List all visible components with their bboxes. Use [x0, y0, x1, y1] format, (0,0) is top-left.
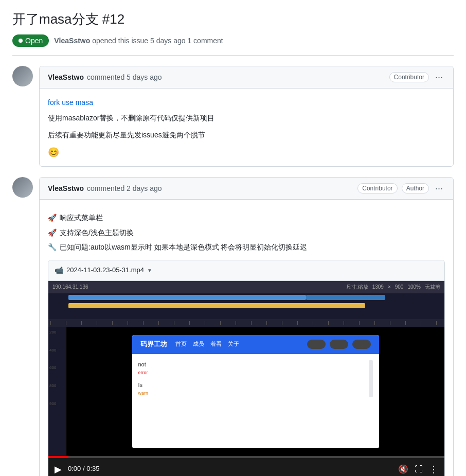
editor-height: 900 [395, 283, 404, 291]
play-button[interactable]: ▶ [55, 464, 62, 475]
warn-label: warn [138, 390, 364, 397]
sidebar-mark-3: 600 [49, 365, 65, 372]
more-options-btn-2[interactable]: ··· [433, 183, 445, 194]
bullet-list: 🚀 响应式菜单栏 🚀 支持深色/浅色主题切换 🔧 已知问题:auto以wasm显… [48, 212, 445, 253]
comment-action-2: commented [87, 184, 124, 192]
volume-button[interactable]: 🔇 [398, 464, 408, 474]
issue-meta-author: VleaSstwo [54, 37, 90, 45]
emoji-reactions-1: 😊 [48, 147, 445, 158]
dropdown-icon: ▼ [147, 267, 152, 275]
comment-header-left-1: VleaSstwo commented 5 days ago [48, 73, 162, 81]
contributor-badge-2: Contributor [357, 183, 397, 193]
contributor-badge-1: Contributor [389, 72, 429, 82]
nav-toggles [307, 340, 371, 349]
nav-item-home: 首页 [175, 340, 187, 349]
app-nav-items: 首页 成员 着看 关于 [175, 340, 239, 349]
comment-line-2: 后续有重要功能更新尽量先发issues避免两个脱节 [48, 129, 445, 140]
comment-line-1: 使用masablazor替换，不删除原有代码仅提供新项目 [48, 112, 445, 124]
video-player[interactable]: 190.164.31.136 尺寸:缩放 1309 × 900 100% 无裁剪 [48, 281, 444, 456]
sidebar-mark-5: 900 [49, 401, 65, 408]
editor-sidebar: 200 400 600 800 900 [48, 327, 66, 456]
comment-author-1: VleaSstwo [48, 73, 84, 81]
comment-body-2: 🚀 响应式菜单栏 🚀 支持深色/浅色主题切换 🔧 已知问题:auto以wasm显… [40, 200, 453, 476]
list-item-1: 🚀 响应式菜单栏 [48, 212, 445, 223]
error-label: error [138, 369, 364, 376]
app-preview: 码界工坊 首页 成员 着看 关于 [132, 335, 379, 448]
video-controls: ▶ 0:00 / 0:35 🔇 ⛶ ⋮ [48, 458, 444, 476]
timeline-bar-blue [68, 295, 306, 300]
app-nav: 码界工坊 首页 成员 着看 关于 [132, 335, 379, 354]
sidebar-mark-4: 800 [49, 383, 65, 390]
comment-row-2: VleaSstwo commented 2 days ago Contribut… [12, 177, 454, 476]
emoji-btn-1[interactable]: 😊 [48, 147, 59, 158]
more-controls-button[interactable]: ⋮ [429, 464, 438, 475]
toggle-3 [352, 340, 371, 349]
sidebar-mark-1: 200 [49, 329, 65, 336]
avatar-img-2 [12, 177, 33, 198]
app-logo: 码界工坊 [140, 339, 167, 350]
issue-meta: Open VleaSstwo opened this issue 5 days … [12, 34, 454, 56]
comment-time-1: commented 5 days ago [87, 73, 162, 81]
comment-header-1: VleaSstwo commented 5 days ago Contribut… [40, 66, 453, 89]
app-main-panel: not error Is warn [138, 360, 364, 397]
editor-dimension-label: 尺寸:缩放 [346, 283, 368, 291]
comment-time-val-2: 2 days ago [127, 184, 162, 192]
sidebar-mark-2: 400 [49, 347, 65, 354]
editor-width: 1309 [372, 283, 384, 291]
video-filename: 2024-11-03.23-05-31.mp4 [66, 265, 144, 276]
nav-item-about: 关于 [228, 340, 239, 349]
app-body: not error Is warn [132, 354, 379, 403]
comment-header-left-2: VleaSstwo commented 2 days ago [48, 184, 162, 192]
comment-time-val-1: 5 days ago [127, 73, 162, 81]
is-label: Is [138, 381, 364, 390]
editor-ui: 190.164.31.136 尺寸:缩放 1309 × 900 100% 无裁剪 [48, 281, 444, 456]
nav-item-members: 成员 [193, 340, 204, 349]
video-attachment: 📹 2024-11-03.23-05-31.mp4 ▼ 190.164.31.1… [48, 260, 445, 476]
comment-row-1: VleaSstwo commented 5 days ago Contribut… [12, 66, 454, 167]
timeline-track-1 [48, 294, 444, 301]
comment-header-right-2: Contributor Author ··· [357, 183, 445, 194]
avatar-img-1 [12, 66, 33, 86]
scroll-bar [369, 360, 373, 397]
open-status-badge: Open [12, 34, 49, 47]
author-badge-2: Author [402, 183, 429, 193]
bullet-text-2: 支持深色/浅色主题切换 [60, 227, 134, 238]
page-title: 开了masa分支 #12 [12, 10, 454, 28]
issue-meta-action: opened this issue [92, 37, 148, 45]
time-current: 0:00 [68, 465, 81, 472]
editor-toolbar: 190.164.31.136 尺寸:缩放 1309 × 900 100% 无裁剪 [48, 281, 444, 293]
comment-author-2: VleaSstwo [48, 184, 84, 192]
issue-meta-time: 5 days ago [150, 37, 186, 45]
editor-main: 200 400 600 800 900 [48, 327, 444, 456]
toggle-1 [307, 340, 326, 349]
nav-item-watch: 着看 [210, 340, 222, 349]
fullscreen-button[interactable]: ⛶ [415, 465, 423, 474]
bullet-emoji-2: 🚀 [48, 227, 57, 238]
editor-x: × [388, 283, 391, 291]
video-header: 📹 2024-11-03.23-05-31.mp4 ▼ [48, 260, 444, 280]
open-label: Open [25, 37, 43, 45]
issue-meta-text: VleaSstwo opened this issue 5 days ago 1… [54, 37, 223, 45]
toggle-2 [330, 340, 348, 349]
editor-content: 码界工坊 首页 成员 着看 关于 [66, 327, 444, 456]
list-item-3: 🔧 已知问题:auto以wasm显示时 如果本地是深色模式 将会将明显初始化切换… [48, 241, 445, 253]
bullet-emoji-1: 🚀 [48, 212, 57, 223]
bullet-text-1: 响应式菜单栏 [60, 212, 103, 223]
avatar-2 [12, 177, 33, 198]
editor-ip: 190.164.31.136 [52, 283, 88, 291]
editor-timeline [48, 293, 444, 319]
timeline-track-2 [48, 303, 444, 309]
more-options-btn-1[interactable]: ··· [433, 72, 445, 83]
issue-meta-comment-count: 1 comment [187, 37, 223, 45]
comment-header-right-1: Contributor ··· [389, 72, 445, 83]
video-file-icon: 📹 [55, 265, 63, 276]
comment-body-1: fork use masa 使用masablazor替换，不删除原有代码仅提供新… [40, 89, 453, 166]
list-item-2: 🚀 支持深色/浅色主题切换 [48, 227, 445, 238]
time-display: 0:00 / 0:35 [68, 464, 99, 474]
comment-action-1: commented [87, 73, 124, 81]
bullet-emoji-3: 🔧 [48, 241, 57, 253]
timeline-bar-yellow [68, 303, 366, 308]
editor-noclip: 无裁剪 [425, 283, 440, 291]
comment-box-2: VleaSstwo commented 2 days ago Contribut… [39, 177, 454, 476]
fork-use-masa-link[interactable]: fork use masa [48, 98, 93, 107]
